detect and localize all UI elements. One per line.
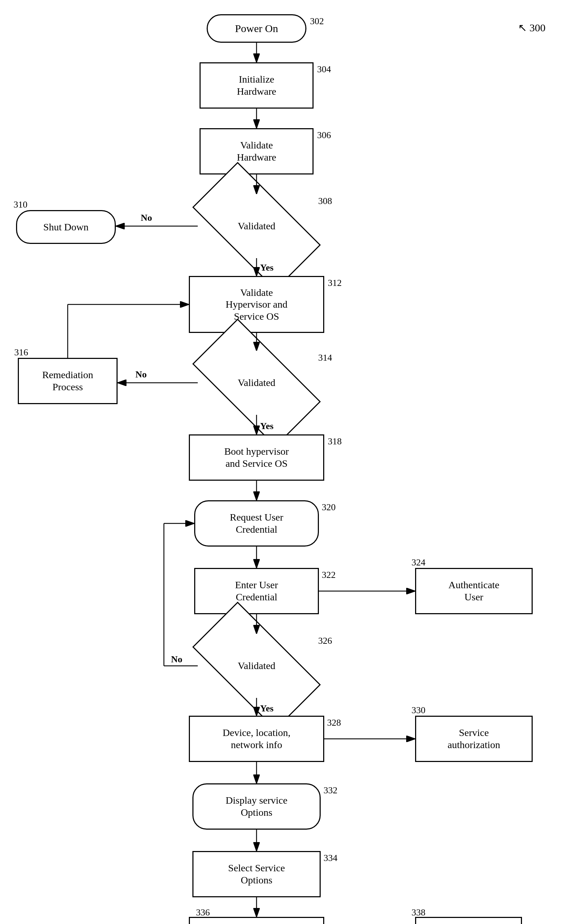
flowchart-diagram: ↖ 300 Power On 302 InitializeHardware 30…	[0, 0, 574, 924]
shut-down-node: Shut Down	[16, 210, 116, 244]
ref-308: 308	[318, 196, 332, 206]
authenticate-user-node: AuthenticateUser	[415, 568, 533, 614]
boot-hypervisor-node: Boot hypervisorand Service OS	[189, 434, 324, 481]
ref-336: 336	[196, 907, 210, 918]
display-service-node: Display serviceOptions	[192, 783, 321, 830]
ref-314: 314	[318, 352, 332, 363]
ref-330: 330	[412, 705, 426, 716]
ref-312: 312	[328, 278, 342, 288]
svg-text:No: No	[141, 212, 152, 223]
enter-credential-node: Enter UserCredential	[194, 568, 319, 614]
ref-338: 338	[412, 907, 426, 918]
ref-316: 316	[14, 347, 28, 358]
service-auth-node: Serviceauthorization	[415, 716, 533, 762]
svg-text:No: No	[136, 369, 147, 380]
diagram-ref-300: ↖ 300	[518, 21, 546, 34]
select-service-node: Select ServiceOptions	[192, 851, 321, 897]
service-grant-node: Service Grant	[415, 917, 522, 924]
power-on-node: Power On	[207, 14, 306, 43]
request-credential-node: Request UserCredential	[194, 500, 319, 547]
ref-324: 324	[412, 557, 426, 568]
service-request-node: Service Request	[189, 917, 324, 924]
ref-304: 304	[317, 64, 331, 75]
svg-text:No: No	[171, 654, 183, 665]
ref-318: 318	[328, 436, 342, 447]
init-hardware-node: InitializeHardware	[200, 62, 314, 108]
validated-diamond-3: Validated	[198, 634, 315, 698]
ref-306: 306	[317, 130, 331, 141]
ref-326: 326	[318, 636, 332, 646]
ref-310: 310	[14, 200, 27, 210]
remediation-node: RemediationProcess	[18, 358, 118, 404]
ref-320: 320	[322, 502, 336, 513]
validated-diamond-2: Validated	[198, 351, 315, 415]
validate-hypervisor-node: ValidateHypervisor andService OS	[189, 276, 324, 333]
validate-hardware-node: ValidateHardware	[200, 128, 314, 174]
ref-302: 302	[310, 16, 324, 27]
ref-328: 328	[327, 718, 341, 728]
ref-322: 322	[322, 570, 336, 580]
device-location-node: Device, location,network info	[189, 716, 324, 762]
validated-diamond-1: Validated	[198, 194, 315, 258]
ref-332: 332	[323, 785, 337, 796]
ref-334: 334	[323, 853, 337, 863]
